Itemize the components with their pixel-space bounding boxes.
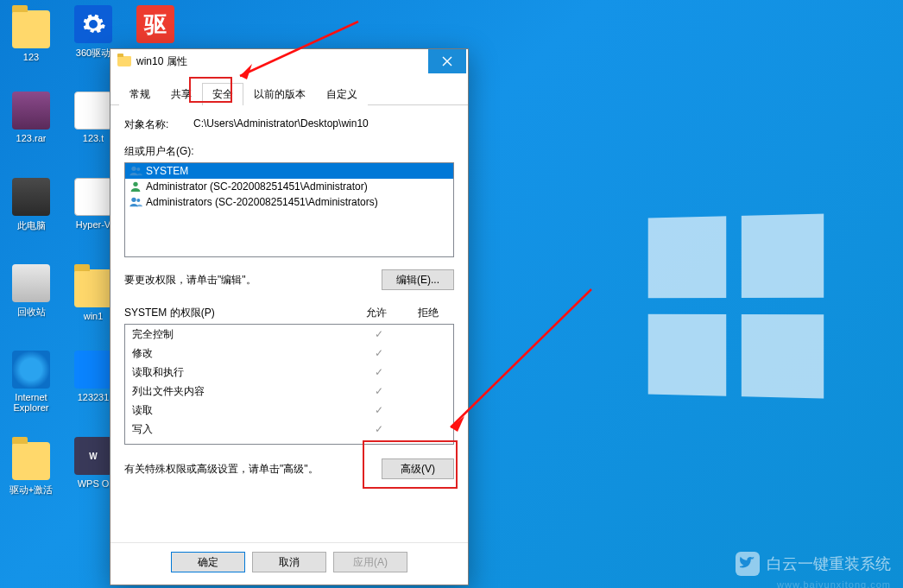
desktop-icon-label: Internet Explorer	[2, 392, 60, 413]
qu-icon: 驱	[136, 5, 174, 43]
desktop-icon-label: 回收站	[17, 306, 46, 319]
tab-1[interactable]: 共享	[161, 83, 202, 105]
desktop-icon[interactable]: 123	[0, 2, 62, 88]
allow-header: 允许	[350, 306, 402, 320]
group-item-label: SYSTEM	[146, 165, 188, 177]
folder-icon	[12, 10, 50, 48]
desktop-icon-label: 360驱动	[76, 47, 111, 60]
close-button[interactable]	[428, 49, 466, 73]
permission-allow: ✓	[357, 385, 401, 397]
deny-header: 拒绝	[402, 306, 454, 320]
folder-icon	[12, 442, 50, 480]
svg-point-6	[136, 199, 140, 202]
permission-allow: ✓	[357, 366, 401, 378]
desktop-icon[interactable]: Internet Explorer	[0, 347, 62, 433]
permission-row: 读取和执行✓	[125, 363, 453, 382]
permission-name: 修改	[132, 346, 357, 361]
group-item[interactable]: Administrator (SC-202008251451\Administr…	[125, 179, 453, 194]
tab-3[interactable]: 以前的版本	[243, 83, 316, 105]
permission-allow: ✓	[357, 423, 401, 435]
permission-allow: ✓	[357, 404, 401, 416]
blue-icon	[74, 351, 112, 389]
desktop-icon-label: 123.rar	[16, 133, 47, 143]
permissions-list: 完全控制✓修改✓读取和执行✓列出文件夹内容✓读取✓写入✓	[124, 324, 454, 445]
svg-point-2	[131, 167, 136, 171]
dialog-titlebar[interactable]: win10 属性	[111, 49, 468, 73]
user-icon	[129, 180, 142, 193]
bin-icon	[12, 264, 50, 302]
tab-2[interactable]: 安全	[202, 83, 243, 105]
desktop-icon-label: 驱动+激活	[9, 484, 53, 496]
desktop-icon-label: 123	[23, 52, 39, 62]
svg-point-5	[131, 198, 136, 202]
permission-name: 列出文件夹内容	[132, 384, 357, 399]
group-users-label: 组或用户名(G):	[124, 144, 454, 159]
permission-allow: ✓	[357, 347, 401, 359]
desktop-icon[interactable]: 此电脑	[0, 174, 62, 261]
permission-name: 读取	[132, 403, 357, 418]
edit-button[interactable]: 编辑(E)...	[382, 269, 454, 290]
rar-icon	[12, 92, 50, 130]
advanced-hint: 有关特殊权限或高级设置，请单击"高级"。	[124, 462, 319, 477]
object-name-label: 对象名称:	[124, 117, 193, 132]
watermark: 白云一键重装系统	[736, 552, 891, 576]
watermark-url: www.baiyunxitong.com	[777, 579, 891, 588]
apply-button[interactable]: 应用(A)	[333, 552, 407, 572]
permission-row: 读取✓	[125, 401, 453, 420]
edit-hint: 要更改权限，请单击"编辑"。	[124, 273, 256, 288]
permission-name: 写入	[132, 422, 357, 437]
folder-icon	[74, 269, 112, 307]
desktop-icon-label: Hyper-V	[76, 219, 111, 230]
gear-icon	[74, 5, 112, 43]
permission-allow: ✓	[357, 328, 401, 340]
permission-row: 列出文件夹内容✓	[125, 382, 453, 401]
group-icon	[129, 164, 142, 178]
desktop-icon-label: WPS O	[78, 478, 110, 489]
group-item-label: Administrators (SC-202008251451\Administ…	[146, 196, 378, 208]
desktop-icon[interactable]: 驱动+激活	[0, 433, 62, 520]
properties-dialog: win10 属性 常规共享安全以前的版本自定义 对象名称: C:\Users\A…	[110, 48, 469, 585]
desktop-icon[interactable]: 回收站	[0, 261, 62, 347]
permission-row: 完全控制✓	[125, 325, 453, 344]
object-name-value: C:\Users\Administrator\Desktop\win10	[193, 117, 454, 130]
dialog-button-row: 确定 取消 应用(A)	[111, 542, 468, 585]
tab-bar: 常规共享安全以前的版本自定义	[111, 73, 468, 105]
group-icon	[129, 195, 142, 209]
group-users-list[interactable]: SYSTEMAdministrator (SC-202008251451\Adm…	[124, 162, 454, 257]
ok-button[interactable]: 确定	[171, 552, 245, 572]
desktop-icon-label: 此电脑	[17, 219, 46, 232]
desktop-icon-label: 123231	[78, 392, 110, 402]
tab-0[interactable]: 常规	[119, 83, 161, 105]
permission-name: 完全控制	[132, 327, 357, 342]
advanced-button[interactable]: 高级(V)	[382, 458, 454, 479]
dialog-body: 对象名称: C:\Users\Administrator\Desktop\win…	[111, 105, 468, 542]
desktop-icon-label: win1	[84, 311, 104, 321]
svg-point-4	[133, 182, 137, 187]
svg-point-3	[136, 168, 140, 171]
desktop-icon[interactable]: 123.rar	[0, 88, 62, 174]
wps-icon: W	[74, 437, 112, 475]
group-item[interactable]: Administrators (SC-202008251451\Administ…	[125, 194, 453, 210]
permission-row: 修改✓	[125, 344, 453, 363]
watermark-text: 白云一键重装系统	[767, 553, 891, 574]
dialog-title: win10 属性	[136, 54, 428, 69]
permission-row: 写入✓	[125, 420, 453, 439]
group-item-label: Administrator (SC-202008251451\Administr…	[146, 180, 368, 193]
group-item[interactable]: SYSTEM	[125, 163, 453, 179]
desktop-icon-label: 123.t	[83, 133, 104, 143]
folder-icon	[117, 56, 131, 66]
windows-logo	[648, 213, 826, 399]
cancel-button[interactable]: 取消	[252, 552, 326, 572]
hv-icon	[74, 178, 112, 216]
txt-icon	[74, 92, 112, 130]
pc-icon	[12, 178, 50, 216]
tab-4[interactable]: 自定义	[316, 83, 368, 105]
permissions-title: SYSTEM 的权限(P)	[124, 306, 350, 320]
watermark-icon	[736, 552, 760, 576]
ie-icon	[12, 351, 50, 389]
permission-name: 读取和执行	[132, 365, 357, 380]
